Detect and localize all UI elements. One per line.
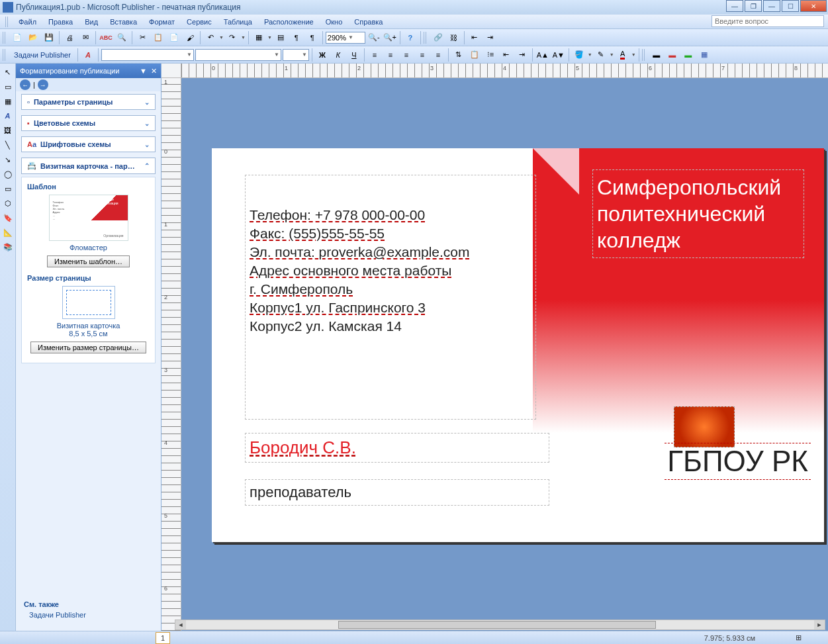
bold-icon[interactable]: Ж xyxy=(315,48,330,62)
scroll-thumb[interactable] xyxy=(338,621,656,629)
undo-dropdown[interactable]: ▼ xyxy=(219,35,224,40)
section-page-params[interactable]: ▫Параметры страницы ⌄ xyxy=(21,94,156,110)
role-textbox[interactable]: преподаватель xyxy=(245,479,549,506)
line-tool-icon[interactable]: ╲ xyxy=(2,139,14,151)
link-icon[interactable]: 🔗 xyxy=(431,30,445,45)
rect-tool-icon[interactable]: ▭ xyxy=(2,183,14,195)
line-dropdown[interactable]: ▼ xyxy=(610,52,614,57)
page-navigator[interactable]: 1 xyxy=(156,632,170,644)
nav-last-icon[interactable]: ⇥ xyxy=(483,30,498,45)
taskpane-menu-icon[interactable]: ▼ xyxy=(140,67,147,75)
align-justify-icon[interactable]: ≡ xyxy=(415,48,430,62)
zoom-combo[interactable]: 290%▼ xyxy=(326,32,365,44)
contact-textbox[interactable]: Телефон: +7 978 000-00-00 Факс: (555)555… xyxy=(245,175,536,420)
table-icon[interactable]: ▦ xyxy=(697,48,712,62)
research-icon[interactable]: 🔍 xyxy=(115,30,129,45)
font-shrink-icon[interactable]: A▼ xyxy=(551,48,566,62)
indent-inc-icon[interactable]: ⇥ xyxy=(515,48,529,62)
design-gallery-icon[interactable]: 📐 xyxy=(2,226,14,238)
fontcolor-dropdown[interactable]: ▼ xyxy=(631,52,636,57)
zoom-out-icon[interactable]: 🔍- xyxy=(367,30,381,45)
menu-tools[interactable]: Сервис xyxy=(181,17,217,27)
paste-icon[interactable]: 📄 xyxy=(167,30,181,45)
close-button[interactable]: ✕ xyxy=(800,0,827,12)
maximize-button-2[interactable]: ☐ xyxy=(782,0,799,12)
menu-table[interactable]: Таблица xyxy=(218,17,257,27)
menu-window[interactable]: Окно xyxy=(320,17,348,27)
oval-tool-icon[interactable]: ◯ xyxy=(2,168,14,180)
org-name-textbox[interactable]: Симферопольский политехнический колледж xyxy=(592,169,804,258)
line-spacing-icon[interactable]: ⇅ xyxy=(451,48,466,62)
distribute-icon[interactable]: ≡ xyxy=(431,48,445,62)
name-textbox[interactable]: Бородич С.В. xyxy=(245,433,549,463)
numbering-icon[interactable]: 📋 xyxy=(467,48,482,62)
minimize-button-2[interactable]: — xyxy=(763,0,780,12)
fontsize-combo[interactable]: ▼ xyxy=(283,49,309,61)
flower-image[interactable] xyxy=(674,406,735,447)
nav-fwd-icon[interactable]: → xyxy=(38,79,48,90)
horizontal-scrollbar[interactable]: ◄ ► xyxy=(175,620,825,630)
pointer-icon[interactable]: ↖ xyxy=(2,66,14,78)
section-font-schemes[interactable]: AaШрифтовые схемы ⌄ xyxy=(21,136,156,152)
redo-icon[interactable]: ↷ xyxy=(225,30,240,45)
picture-icon[interactable]: 🖼 xyxy=(2,124,14,136)
wordart-icon[interactable]: A xyxy=(2,110,14,122)
border2-icon[interactable]: ▬ xyxy=(665,48,680,62)
page-size-thumbnail[interactable] xyxy=(62,286,115,319)
tasks-label[interactable]: Задачи Publisher xyxy=(10,51,75,59)
menu-insert[interactable]: Вставка xyxy=(105,17,142,27)
org-short-textbox[interactable]: ГБПОУ РК xyxy=(665,443,811,480)
section-business-card[interactable]: 📇Визитная карточка - пар… ⌃ xyxy=(21,158,156,174)
border3-icon[interactable]: ▬ xyxy=(681,48,696,62)
nav-first-icon[interactable]: ⇤ xyxy=(467,30,482,45)
indent-dec-icon[interactable]: ⇤ xyxy=(499,48,514,62)
canvas[interactable]: Симферопольский политехнический колледж … xyxy=(181,78,828,631)
nav-back-icon[interactable]: ← xyxy=(20,79,30,90)
item-library-icon[interactable]: 📚 xyxy=(2,241,14,253)
zoom-in-icon[interactable]: 🔍+ xyxy=(383,30,397,45)
paragraph-icon[interactable]: ¶ xyxy=(305,30,320,45)
align-center-icon[interactable]: ≡ xyxy=(383,48,398,62)
redo-dropdown[interactable]: ▼ xyxy=(241,35,246,40)
template-thumbnail[interactable]: Название организации ТелефонФаксЭл. почт… xyxy=(49,195,128,241)
italic-icon[interactable]: К xyxy=(331,48,345,62)
minimize-button[interactable]: — xyxy=(726,0,743,12)
format-painter-icon[interactable]: 🖌 xyxy=(183,30,197,45)
bullets-icon[interactable]: ⁝≡ xyxy=(483,48,498,62)
open-icon[interactable]: 📂 xyxy=(26,30,40,45)
scroll-right-icon[interactable]: ► xyxy=(814,620,825,629)
save-icon[interactable]: 💾 xyxy=(42,30,56,45)
align-right-icon[interactable]: ≡ xyxy=(399,48,414,62)
undo-icon[interactable]: ↶ xyxy=(203,30,218,45)
textbox-icon[interactable]: ▭ xyxy=(2,81,14,93)
style-combo[interactable]: ▼ xyxy=(101,49,194,61)
menu-view[interactable]: Вид xyxy=(79,17,103,27)
horizontal-ruler[interactable]: 0 1 2 3 4 5 6 7 8 xyxy=(181,64,828,78)
underline-icon[interactable]: Ч xyxy=(347,48,361,62)
font-color-icon[interactable]: A xyxy=(616,48,630,62)
taskpane-close-icon[interactable]: ✕ xyxy=(151,67,157,75)
section-color-schemes[interactable]: ▪Цветовые схемы ⌄ xyxy=(21,115,156,131)
table-tool-icon[interactable]: ▦ xyxy=(2,95,14,107)
special-chars-icon[interactable]: ¶ xyxy=(289,30,304,45)
change-template-button[interactable]: Изменить шаблон… xyxy=(47,255,130,267)
fill-color-icon[interactable]: 🪣 xyxy=(572,48,586,62)
order-dropdown[interactable]: ▼ xyxy=(267,35,272,40)
arrow-tool-icon[interactable]: ↘ xyxy=(2,154,14,165)
menu-format[interactable]: Формат xyxy=(144,17,180,27)
pink-fold-shape[interactable] xyxy=(533,148,579,195)
bring-front-icon[interactable]: ▦ xyxy=(252,30,266,45)
align-left-icon[interactable]: ≡ xyxy=(367,48,382,62)
bookmark-icon[interactable]: 🔖 xyxy=(2,212,14,224)
border1-icon[interactable]: ▬ xyxy=(649,48,664,62)
copy-icon[interactable]: 📋 xyxy=(151,30,165,45)
unlink-icon[interactable]: ⛓ xyxy=(447,30,461,45)
menu-edit[interactable]: Правка xyxy=(43,17,78,27)
vertical-ruler[interactable]: 1 0 1 2 3 4 5 6 xyxy=(161,78,181,631)
page[interactable]: Симферопольский политехнический колледж … xyxy=(212,148,824,542)
spellcheck-icon[interactable]: ABC xyxy=(99,30,113,45)
new-icon[interactable]: 📄 xyxy=(10,30,24,45)
font-grow-icon[interactable]: A▲ xyxy=(535,48,550,62)
menu-help[interactable]: Справка xyxy=(349,17,388,27)
change-size-button[interactable]: Изменить размер страницы… xyxy=(30,342,146,353)
